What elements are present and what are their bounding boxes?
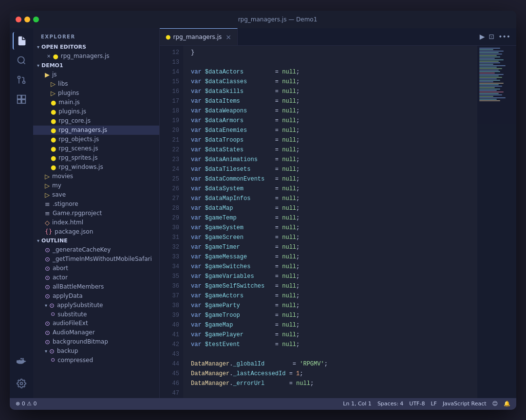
titlebar: rpg_managers.js — Demo1 bbox=[10, 11, 516, 28]
file-rpg-objects-js[interactable]: ● rpg_objects.js bbox=[33, 135, 159, 144]
file-main-js[interactable]: ● main.js bbox=[33, 98, 159, 107]
func-icon: ⊙ bbox=[45, 265, 50, 272]
editor-area: ● rpg_managers.js × ▶ ⊡ ••• 12 13 14 15 bbox=[160, 28, 516, 398]
code-line-45: DataManager._lastAccessedId = 1; bbox=[183, 369, 477, 379]
outline-background-bitmap-label: backgroundBitmap bbox=[53, 338, 108, 345]
file-stignore[interactable]: ≡ .stignore bbox=[33, 200, 159, 209]
file-rpg-core-js[interactable]: ● rpg_core.js bbox=[33, 116, 159, 126]
extensions-icon[interactable] bbox=[13, 91, 30, 108]
code-editor[interactable]: } var $dataActors = null; var $dataClass… bbox=[183, 46, 477, 398]
folder-save[interactable]: ▷ save bbox=[33, 190, 159, 200]
folder-save-label: save bbox=[52, 191, 66, 198]
code-line-29: var $gameTemp = null; bbox=[183, 213, 477, 223]
outline-apply-data[interactable]: ⊙ applyData bbox=[33, 292, 159, 301]
file-rpg-windows-js-label: rpg_windows.js bbox=[58, 164, 103, 170]
file-rpg-sprites-js[interactable]: ● rpg_sprites.js bbox=[33, 153, 159, 163]
outline-get-time[interactable]: ⊙ _getTimeInMsWithoutMobileSafari bbox=[33, 255, 159, 264]
outline-abort[interactable]: ⊙ abort bbox=[33, 264, 159, 273]
status-line-endings[interactable]: LF bbox=[431, 401, 436, 407]
open-editors-section[interactable]: ▾ OPEN EDITORS bbox=[33, 42, 159, 52]
outline-audio-file-ext[interactable]: ⊙ audioFileExt bbox=[33, 319, 159, 328]
file-game-rpgproject[interactable]: ≡ Game.rpgproject bbox=[33, 209, 159, 218]
outline-audio-manager[interactable]: ⊙ AudioManager bbox=[33, 328, 159, 337]
js-file-icon: ● bbox=[51, 99, 56, 106]
outline-background-bitmap[interactable]: ⊙ backgroundBitmap bbox=[33, 337, 159, 347]
code-line-43 bbox=[183, 349, 477, 359]
outline-audio-file-ext-label: audioFileExt bbox=[53, 320, 88, 327]
file-rpg-managers-js[interactable]: ● rpg_managers.js bbox=[33, 126, 159, 135]
code-line-15: var $dataClasses = null; bbox=[183, 77, 477, 87]
folder-icon: ▶ bbox=[45, 71, 50, 78]
files-icon[interactable] bbox=[13, 32, 30, 50]
outline-backup-label: backup bbox=[57, 347, 78, 354]
run-button[interactable]: ▶ bbox=[480, 33, 485, 40]
close-button[interactable] bbox=[16, 17, 21, 22]
status-bar: ⊗ 0 ⚠ 0 Ln 1, Col 1 Spaces: 4 UTF-8 LF J… bbox=[10, 398, 516, 410]
folder-libs[interactable]: ▷ libs bbox=[33, 79, 159, 89]
file-rpg-scenes-js[interactable]: ● rpg_scenes.js bbox=[33, 144, 159, 153]
settings-icon[interactable] bbox=[13, 375, 30, 392]
code-line-25: var $dataCommonEvents = null; bbox=[183, 174, 477, 184]
minimap-content bbox=[477, 46, 516, 104]
split-editor-button[interactable]: ⊡ bbox=[488, 33, 494, 40]
outline-apply-substitute[interactable]: ▾ ⊙ applySubstitute bbox=[33, 301, 159, 310]
outline-compressed[interactable]: ⊙ compressed bbox=[33, 356, 159, 365]
svg-rect-6 bbox=[22, 95, 26, 99]
tab-rpg-managers[interactable]: ● rpg_managers.js × bbox=[160, 28, 238, 45]
file-package-json[interactable]: {} package.json bbox=[33, 227, 159, 236]
code-line-40: var $gameMap = null; bbox=[183, 320, 477, 330]
func-icon: ⊙ bbox=[45, 292, 50, 300]
status-errors[interactable]: ⊗ 0 ⚠ 0 bbox=[16, 401, 37, 407]
explorer-header: EXPLORER bbox=[33, 28, 159, 42]
outline-substitute[interactable]: ⊙ substitute bbox=[33, 310, 159, 319]
code-line-21: var $dataTroops = null; bbox=[183, 135, 477, 145]
status-language[interactable]: JavaScript React bbox=[443, 401, 487, 407]
status-cursor[interactable]: Ln 1, Col 1 bbox=[343, 401, 372, 407]
outline-actor[interactable]: ⊙ actor bbox=[33, 273, 159, 282]
code-line-37: var $gameActors = null; bbox=[183, 291, 477, 301]
code-line-32: var $gameTimer = null; bbox=[183, 242, 477, 252]
code-line-34: var $gameSwitches = null; bbox=[183, 262, 477, 272]
code-area: 12 13 14 15 16 17 18 19 20 21 22 23 24 2… bbox=[160, 46, 516, 398]
tab-close-icon[interactable]: × bbox=[225, 33, 231, 41]
svg-line-1 bbox=[23, 62, 25, 64]
file-index-html[interactable]: ◇ index.html bbox=[33, 218, 159, 227]
svg-rect-5 bbox=[18, 95, 21, 99]
folder-plugins[interactable]: ▷ plugins bbox=[33, 89, 159, 98]
outline-all-battle-members[interactable]: ⊙ allBattleMembers bbox=[33, 282, 159, 292]
code-line-33: var $gameMessage = null; bbox=[183, 252, 477, 262]
status-encoding[interactable]: UTF-8 bbox=[409, 401, 425, 407]
status-emoji[interactable]: 😊 bbox=[492, 401, 498, 407]
demo1-section[interactable]: ▾ DEMO1 bbox=[33, 61, 159, 70]
file-plugins-js[interactable]: ● plugins.js bbox=[33, 107, 159, 116]
folder-movies[interactable]: ▷ movies bbox=[33, 172, 159, 181]
code-line-28: var $dataMap = null; bbox=[183, 203, 477, 213]
outline-generate-cache-key[interactable]: ⊙ _generateCacheKey bbox=[33, 245, 159, 255]
open-editor-rpg-managers[interactable]: ✕ ● rpg_managers.js bbox=[33, 52, 159, 61]
outline-backup[interactable]: ▾ ⊙ backup bbox=[33, 347, 159, 356]
source-control-icon[interactable] bbox=[13, 71, 30, 89]
svg-point-0 bbox=[18, 56, 24, 63]
status-spaces[interactable]: Spaces: 4 bbox=[377, 401, 403, 407]
demo1-label: DEMO1 bbox=[41, 62, 63, 69]
file-rpg-windows-js[interactable]: ● rpg_windows.js bbox=[33, 163, 159, 172]
code-line-30: var $gameSystem = null; bbox=[183, 223, 477, 233]
outline-section[interactable]: ▾ OUTLINE bbox=[33, 236, 159, 245]
folder-js[interactable]: ▶ js bbox=[33, 70, 159, 79]
more-actions-button[interactable]: ••• bbox=[498, 33, 510, 40]
code-line-35: var $gameVariables = null; bbox=[183, 272, 477, 281]
folder-movies-label: movies bbox=[52, 173, 73, 180]
status-bell[interactable]: 🔔 bbox=[504, 401, 510, 407]
folder-icon: ▷ bbox=[51, 90, 56, 97]
maximize-button[interactable] bbox=[33, 17, 39, 22]
search-icon[interactable] bbox=[13, 52, 30, 69]
folder-my[interactable]: ▷ my bbox=[33, 181, 159, 190]
docker-icon[interactable] bbox=[13, 353, 30, 371]
js-file-icon: ● bbox=[53, 53, 58, 60]
code-line-23: var $dataAnimations = null; bbox=[183, 155, 477, 164]
file-game-rpgproject-label: Game.rpgproject bbox=[53, 210, 102, 217]
file-rpg-managers-js-label: rpg_managers.js bbox=[58, 127, 107, 133]
js-file-icon: ● bbox=[51, 127, 56, 134]
minimize-button[interactable] bbox=[24, 17, 30, 22]
func-icon: ⊙ bbox=[51, 357, 55, 363]
